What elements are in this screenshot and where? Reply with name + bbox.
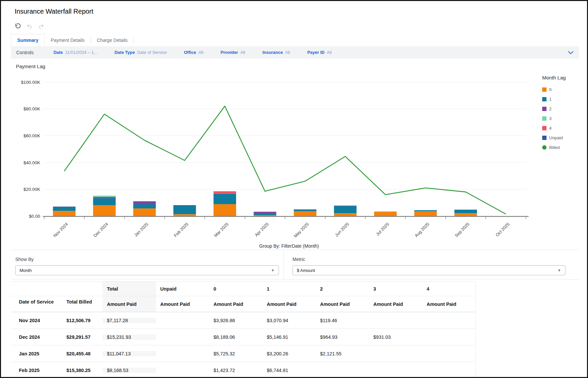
tab-separator (133, 38, 134, 43)
legend-item-1[interactable]: 1 (542, 97, 579, 102)
bar-segment-lag0[interactable] (414, 211, 437, 216)
column-subheader-amount-paid: Amount Paid (103, 296, 156, 312)
legend-item-3[interactable]: 3 (542, 116, 579, 121)
header-spacer (62, 282, 103, 296)
insurance-waterfall-report-page: Insurance Waterfall Report SummaryPaymen… (0, 0, 588, 378)
filter-chip-payer-id[interactable]: Payer IDAll (307, 50, 332, 55)
column-subheader-amount-paid: Amount Paid (209, 296, 263, 312)
column-header-date-of-service: Date of Service (11, 296, 62, 312)
chart-legend: Month Lag 01234UnpaidBilled (542, 75, 579, 155)
filter-name: Provider (220, 50, 238, 55)
bar-segment-lag1[interactable] (294, 210, 316, 211)
refresh-icon (14, 23, 21, 29)
legend-swatch-icon (542, 145, 546, 150)
bar-segment-lag0[interactable] (213, 204, 236, 216)
bar-segment-lag0[interactable] (173, 214, 196, 216)
bar-segment-lag0[interactable] (334, 213, 357, 216)
cell-amount-paid: $931.03 (369, 334, 423, 340)
table-row-nov-2024: Nov 2024$12,506.79$7,117.28$3,926.88$3,0… (11, 312, 476, 329)
bar-segment-lag2[interactable] (334, 205, 357, 206)
bar-segment-lag1[interactable] (133, 204, 156, 208)
filter-chip-provider[interactable]: ProviderAll (220, 50, 245, 55)
bar-segment-lag1[interactable] (93, 198, 116, 205)
controls-bar: Controls Date11/01/2024 – 1...Date TypeD… (11, 46, 579, 59)
show-by-select[interactable]: Month ▼ (15, 265, 279, 275)
bar-segment-lag4[interactable] (213, 191, 236, 193)
filter-chip-date-type[interactable]: Date TypeDate of Service (115, 50, 167, 55)
column-subheader-amount-paid: Amount Paid (422, 296, 476, 312)
x-axis-category-label: Dec 2024 (93, 222, 109, 238)
cell-amount-paid: $15,231.93 (103, 334, 156, 340)
bar-segment-lag2[interactable] (93, 197, 116, 198)
bar-segment-lag0[interactable] (93, 205, 116, 216)
filter-chips: Date11/01/2024 – 1...Date TypeDate of Se… (53, 50, 568, 55)
tab-summary[interactable]: Summary (11, 34, 45, 46)
bar-segment-lag1[interactable] (213, 194, 236, 204)
column-subheader-amount-paid: Amount Paid (316, 296, 369, 312)
bar-segment-lag2[interactable] (53, 206, 75, 207)
bar-segment-lag0[interactable] (53, 211, 75, 216)
bar-segment-lag0[interactable] (455, 213, 477, 216)
bar-segment-lag0[interactable] (294, 211, 316, 216)
x-axis-category-label: Oct 2025 (495, 222, 511, 238)
legend-item-label: 0 (549, 87, 551, 92)
group-header-4: 4 (422, 282, 476, 296)
payment-lag-chart[interactable]: $0.00$20.00K$40.00K$60.00K$80.00K$100.00… (11, 69, 536, 242)
bar-segment-lag0[interactable] (254, 215, 276, 216)
legend-swatch-icon (542, 116, 546, 121)
bar-segment-lag2[interactable] (294, 209, 316, 210)
legend-item-billed[interactable]: Billed (542, 145, 579, 150)
cell-amount-paid: $8,168.53 (103, 368, 156, 373)
bar-segment-lag1[interactable] (455, 210, 477, 213)
bar-segment-lag0[interactable] (374, 212, 397, 216)
billed-line[interactable] (64, 106, 506, 214)
group-header-unpaid: Unpaid (156, 282, 210, 296)
bar-segment-lag2[interactable] (133, 201, 156, 204)
column-header-total-billed: Total Billed (62, 296, 103, 312)
controls-expand-button[interactable] (568, 51, 574, 54)
bar-segment-lag1[interactable] (414, 210, 437, 211)
controls-label: Controls (16, 50, 34, 55)
bar-segment-lag1[interactable] (254, 213, 276, 215)
filter-chip-insurance[interactable]: InsuranceAll (263, 50, 290, 55)
x-axis-category-label: Sep 2025 (454, 222, 470, 238)
legend-item-2[interactable]: 2 (542, 106, 579, 111)
bar-segment-lag1[interactable] (334, 206, 357, 213)
group-header-0: 0 (209, 282, 263, 296)
filter-value: All (327, 50, 331, 55)
filter-name: Payer ID (307, 50, 324, 55)
refresh-button[interactable] (14, 22, 21, 30)
x-axis-category-label: Jul 2025 (375, 222, 390, 237)
bar-segment-lag1[interactable] (173, 205, 196, 214)
legend-item-unpaid[interactable]: Unpaid (542, 135, 579, 140)
cell-amount-paid: $964.93 (316, 334, 369, 340)
filter-chip-date[interactable]: Date11/01/2024 – 1... (53, 50, 97, 55)
metric-select[interactable]: $ Amount ▼ (293, 265, 565, 275)
legend-item-4[interactable]: 4 (542, 126, 579, 131)
table-row-feb-2025: Feb 2025$15,380.25$8,168.53$1,423.72$6,7… (11, 362, 476, 378)
legend-swatch-icon (542, 97, 546, 101)
x-axis-category-label: Nov 2024 (52, 222, 69, 238)
x-axis-category-label: Jun 2025 (334, 222, 350, 238)
legend-item-0[interactable]: 0 (542, 87, 579, 92)
undo-button[interactable] (26, 22, 33, 30)
chart-caption: Group By: FilterDate (Month) (47, 243, 531, 249)
tab-charge-details[interactable]: Charge Details (91, 34, 134, 46)
bar-segment-lag2[interactable] (254, 212, 276, 213)
bar-segment-lag1[interactable] (53, 207, 75, 211)
filter-chip-office[interactable]: OfficeAll (184, 50, 203, 55)
cell-amount-paid: $2,121.55 (316, 351, 369, 356)
bar-segment-lag3[interactable] (374, 211, 397, 212)
bar-segment-lag3[interactable] (93, 196, 116, 197)
filter-name: Insurance (263, 50, 283, 55)
redo-button[interactable] (38, 22, 45, 30)
y-axis-tick-label: $100.00K (21, 80, 40, 85)
redo-icon (38, 23, 44, 29)
bar-segment-lag0[interactable] (133, 208, 156, 216)
filter-value: 11/01/2024 – 1... (65, 50, 97, 55)
metric-panel: Metric $ Amount ▼ (284, 250, 579, 279)
filter-name: Office (184, 50, 196, 55)
y-axis-tick-label: $40.00K (24, 160, 40, 165)
tab-payment-details[interactable]: Payment Details (45, 34, 91, 46)
cell-amount-paid: $7,117.28 (103, 318, 156, 323)
